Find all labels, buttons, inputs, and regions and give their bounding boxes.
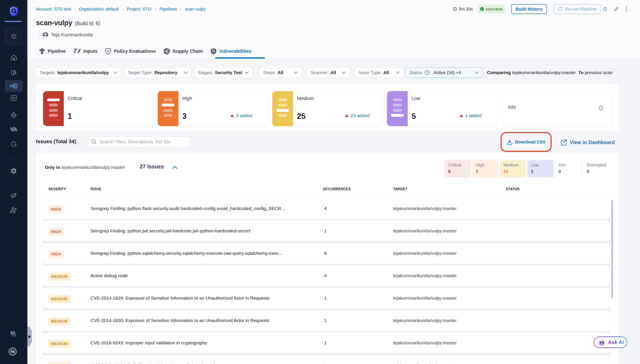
svg-text:?: ?	[12, 332, 14, 335]
